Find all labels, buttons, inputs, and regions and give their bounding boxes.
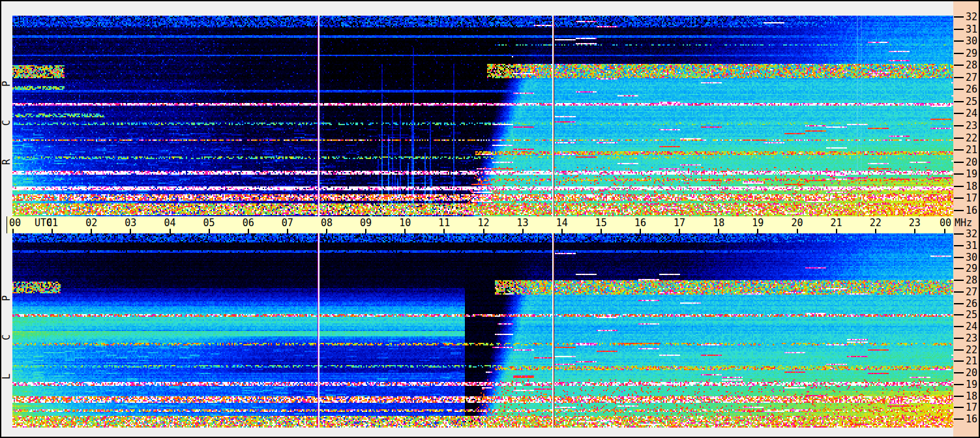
freq-tick (954, 29, 964, 30)
time-tick-label: 00 (9, 217, 29, 229)
freq-tick-label: 29 (966, 48, 979, 59)
freq-tick (954, 291, 964, 293)
freq-tick (954, 210, 964, 211)
freq-tick-label: 17 (966, 402, 979, 413)
time-tick (679, 229, 680, 233)
freq-tick (954, 89, 964, 90)
freq-tick (954, 372, 964, 373)
freq-tick-label: 23 (966, 333, 979, 343)
freq-tick-label: 30 (966, 252, 979, 263)
freq-tick (954, 257, 964, 258)
freq-tick-label: 16 (966, 205, 979, 216)
freq-tick-label: 18 (966, 181, 979, 192)
time-axis: UTC 000102030405060708091011121314151617… (7, 216, 953, 233)
freq-tick (954, 314, 964, 315)
time-tick (365, 229, 366, 233)
freq-tick-label: 19 (966, 379, 979, 390)
time-tick (12, 229, 14, 233)
freq-tick (954, 418, 964, 420)
lcp-spectrogram-canvas (12, 233, 953, 428)
time-tick (718, 229, 719, 233)
freq-tick (954, 16, 964, 18)
rcp-axis-gutter: R C P (1, 16, 12, 216)
time-tick-label: 10 (395, 217, 415, 229)
freq-tick-label: 30 (966, 36, 979, 46)
freq-tick-label: 25 (966, 96, 979, 107)
time-tick-label-end: 00 (936, 217, 953, 229)
time-tick (91, 229, 92, 233)
freq-tick-label: 27 (966, 72, 979, 83)
time-tick-label: 03 (121, 217, 140, 229)
freq-tick-label: 24 (966, 108, 979, 119)
time-tick (130, 229, 131, 233)
freq-tick (954, 360, 964, 362)
freq-tick (954, 65, 964, 66)
freq-tick (954, 384, 964, 385)
time-tick (836, 229, 837, 233)
time-tick (640, 229, 641, 233)
time-tick-label: 19 (748, 217, 767, 229)
freq-tick (954, 303, 964, 304)
time-tick-label: 22 (866, 217, 885, 229)
freq-scale-lcp: 3231302928272625242322212019181716 (953, 233, 980, 428)
freq-tick-label: 23 (966, 121, 979, 131)
freq-tick (954, 233, 964, 235)
time-tick-label: 21 (827, 217, 846, 229)
freq-tick-label: 28 (966, 275, 979, 285)
freq-tick (954, 149, 964, 151)
time-tick (287, 229, 288, 233)
freq-tick-label: 24 (966, 321, 979, 332)
freq-tick (954, 77, 964, 78)
time-tick (944, 229, 945, 233)
freq-tick (954, 162, 964, 163)
time-tick (248, 229, 249, 233)
rcp-label: R C P (1, 67, 13, 165)
freq-tick (954, 138, 964, 139)
time-tick (404, 229, 406, 233)
freq-tick-label: 20 (966, 368, 979, 378)
freq-tick-label: 22 (966, 345, 979, 355)
freq-tick (954, 245, 964, 246)
freq-tick-label: 21 (966, 356, 979, 366)
freq-tick-label: 18 (966, 391, 979, 402)
time-tick-label: 09 (356, 217, 376, 229)
time-tick (561, 229, 563, 233)
freq-scale-rcp: 3231302928272625242322212019181716 (953, 16, 980, 216)
time-tick-label: 05 (200, 217, 219, 229)
freq-tick (954, 101, 964, 102)
freq-tick (954, 186, 964, 187)
time-tick-label: 01 (42, 217, 62, 229)
freq-tick (954, 326, 964, 327)
time-tick (209, 229, 210, 233)
time-tick-label: 17 (670, 217, 689, 229)
time-tick-label: 07 (278, 217, 297, 229)
time-tick-label: 14 (552, 217, 572, 229)
freq-tick-label: 16 (966, 414, 979, 424)
time-tick-label: 23 (905, 217, 925, 229)
freq-tick (954, 53, 964, 54)
freq-tick-label: 29 (966, 263, 979, 274)
mhz-unit-label: MHz (955, 217, 979, 229)
time-tick-label: 02 (82, 217, 101, 229)
freq-tick (954, 268, 964, 269)
time-tick-label: 20 (788, 217, 807, 229)
time-tick (443, 229, 445, 233)
time-tick (914, 229, 915, 233)
freq-tick-label: 20 (966, 157, 979, 168)
time-tick-label: 15 (591, 217, 611, 229)
freq-tick (954, 173, 964, 175)
time-tick-label: 08 (317, 217, 336, 229)
title-bar: AJ4CO Observatory 21 Sep 2024 - DPS on T… (1, 1, 953, 16)
freq-tick-label: 26 (966, 299, 979, 309)
time-tick (601, 229, 602, 233)
time-tick (326, 229, 327, 233)
freq-tick (954, 407, 964, 408)
freq-tick-label: 22 (966, 133, 979, 143)
freq-tick-label: 32 (966, 229, 979, 239)
time-tick (483, 229, 484, 233)
time-tick-label: 11 (434, 217, 454, 229)
time-tick (170, 229, 171, 233)
lcp-label: L C P (1, 282, 13, 379)
freq-tick (954, 40, 964, 42)
freq-tick (954, 125, 964, 126)
